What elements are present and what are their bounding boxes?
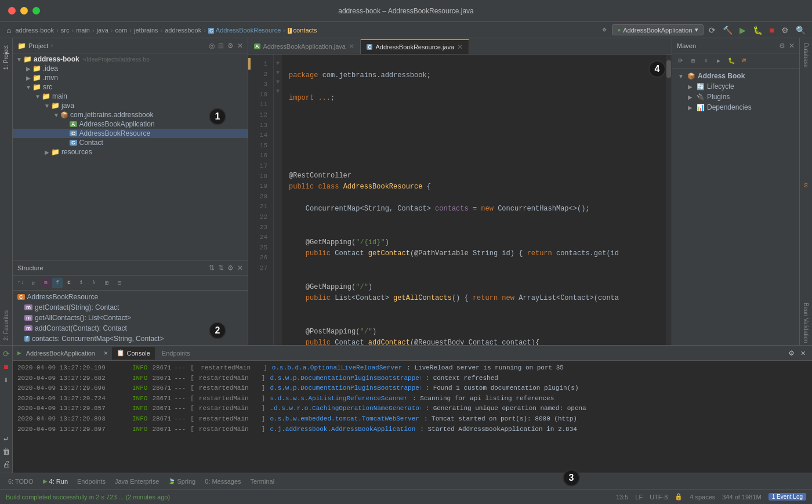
wrap-output-icon[interactable]: ↩ bbox=[2, 433, 10, 445]
show-constructors-icon[interactable]: C bbox=[64, 278, 74, 288]
show-inherited-icon[interactable]: i bbox=[75, 277, 87, 289]
breadcrumb-src[interactable]: src bbox=[61, 27, 70, 34]
settings-icon[interactable]: ⚙ bbox=[227, 42, 234, 50]
rerun-icon[interactable]: ⟳ bbox=[1, 348, 12, 360]
tree-item-root[interactable]: ▼ 📁 address-book ~/IdeaProjects/address-… bbox=[13, 55, 248, 64]
search-icon[interactable]: 🔍 bbox=[794, 24, 807, 36]
collapse-icon[interactable]: ⊟ bbox=[218, 42, 224, 50]
struct-method-getcontact[interactable]: m getContact(String): Contact bbox=[13, 302, 248, 313]
java-name: java bbox=[61, 101, 74, 110]
close-button[interactable] bbox=[8, 7, 16, 14]
show-anonymous-icon[interactable]: λ bbox=[88, 277, 100, 289]
breadcrumb-addressbook[interactable]: addressbook bbox=[165, 27, 201, 34]
breadcrumb-java[interactable]: java bbox=[97, 27, 108, 34]
project-panel-label[interactable]: 1: Project bbox=[2, 41, 10, 74]
show-methods-icon[interactable]: m bbox=[41, 278, 51, 288]
maven-reimport-icon[interactable]: ⊞ bbox=[687, 55, 699, 67]
run-tab-bar: ▶ AddressBookApplication ✕ 📋 Console End… bbox=[13, 346, 812, 361]
maven-refresh-icon[interactable]: ⟳ bbox=[675, 55, 686, 67]
editor-scrollbar[interactable] bbox=[666, 55, 672, 345]
strip-javaenterprise[interactable]: Java Enterprise bbox=[111, 477, 162, 486]
breadcrumb-main[interactable]: main bbox=[76, 27, 90, 34]
show-fields-icon[interactable]: f bbox=[52, 278, 63, 288]
tree-item-addressbookresource[interactable]: C AddressBookResource bbox=[13, 129, 248, 138]
breadcrumb-class[interactable]: C AddressBookResource bbox=[208, 27, 281, 34]
navigate-back-icon[interactable]: ⌂ bbox=[5, 24, 13, 36]
expand-icon[interactable]: ⊞ bbox=[101, 277, 113, 289]
tab-addressbookapplication[interactable]: A AddressBookApplication.java ✕ bbox=[248, 39, 361, 54]
collapse-struct-icon[interactable]: ⊟ bbox=[114, 277, 125, 289]
maven-item-plugins[interactable]: ▶ 🔌 Plugins bbox=[672, 92, 799, 102]
panel-close-icon[interactable]: ✕ bbox=[799, 347, 807, 359]
tab2-close-icon[interactable]: ✕ bbox=[457, 43, 463, 51]
print-icon[interactable]: 🖨 bbox=[1, 459, 12, 470]
minimize-button[interactable] bbox=[20, 7, 28, 14]
indent-setting[interactable]: 4 spaces bbox=[690, 494, 715, 501]
maven-run-icon[interactable]: ▶ bbox=[713, 55, 724, 67]
strip-endpoints[interactable]: Endpoints bbox=[74, 477, 109, 486]
breadcrumb-com[interactable]: com bbox=[115, 27, 128, 34]
event-log-button[interactable]: 1 Event Log bbox=[768, 493, 806, 501]
tree-item-main[interactable]: ▼ 📁 main bbox=[13, 92, 248, 101]
scroll-to-end-icon[interactable]: ⬇ bbox=[2, 374, 10, 386]
struct-method-getallcontacts[interactable]: m getAllContacts(): List<Contact> bbox=[13, 313, 248, 323]
tab-endpoints[interactable]: Endpoints bbox=[157, 347, 195, 360]
build-icon[interactable]: 🔨 bbox=[721, 24, 734, 36]
stop-run-icon[interactable]: ■ bbox=[2, 361, 10, 373]
tab-console[interactable]: 📋 Console bbox=[112, 347, 155, 360]
strip-run[interactable]: ▶ 4: Run bbox=[39, 477, 71, 486]
breadcrumb-address-book[interactable]: address-book bbox=[15, 27, 54, 34]
run-icon[interactable]: ▶ bbox=[738, 24, 748, 36]
strip-spring[interactable]: 🍃 Spring bbox=[165, 477, 199, 486]
code-content[interactable]: package com.jetbrains.addressbook; impor… bbox=[282, 55, 666, 345]
debug-icon[interactable]: 🐛 bbox=[751, 24, 764, 36]
maven-settings-icon[interactable]: ⚙ bbox=[779, 42, 785, 50]
bean-validation-label[interactable]: Bean Validation bbox=[802, 300, 810, 345]
tree-item-contact[interactable]: C Contact bbox=[13, 138, 248, 147]
maven-item-dependencies[interactable]: ▶ 📊 Dependencies bbox=[672, 102, 799, 113]
run-tab-close-icon[interactable]: ✕ bbox=[102, 348, 110, 358]
navigate-icon[interactable]: ⌖ bbox=[600, 24, 608, 36]
tree-item-src[interactable]: ▼ 📁 src bbox=[13, 82, 248, 92]
struct-close-icon[interactable]: ✕ bbox=[237, 264, 243, 272]
tree-item-idea[interactable]: ▶ 📁 .idea bbox=[13, 64, 248, 73]
locate-icon[interactable]: ◎ bbox=[209, 42, 215, 50]
tree-item-resources[interactable]: ▶ 📁 resources bbox=[13, 147, 248, 157]
breadcrumb-jetbrains[interactable]: jetbrains bbox=[134, 27, 158, 34]
strip-messages[interactable]: 0: Messages bbox=[201, 477, 244, 486]
run-config-dropdown[interactable]: ● AddressBookApplication ▾ bbox=[612, 24, 703, 35]
maven-panel-label[interactable]: m bbox=[802, 180, 810, 190]
maven-item-lifecycle[interactable]: ▶ 🔄 Lifecycle bbox=[672, 81, 799, 92]
console-output[interactable]: 2020-04-09 13:27:29.199 INFO 28671 --- [… bbox=[13, 361, 812, 473]
strip-terminal[interactable]: Terminal bbox=[247, 477, 278, 486]
charset[interactable]: UTF-8 bbox=[650, 494, 668, 501]
cursor-position[interactable]: 13:5 bbox=[616, 494, 628, 501]
maven-download-icon[interactable]: ⬇ bbox=[700, 55, 712, 67]
sort-icon[interactable]: ⇅ bbox=[209, 264, 215, 272]
maximize-button[interactable] bbox=[32, 7, 40, 14]
sort-type-icon[interactable]: ⇵ bbox=[28, 277, 39, 289]
close-panel-icon[interactable]: ✕ bbox=[237, 42, 243, 50]
strip-todo[interactable]: 6: TODO bbox=[5, 477, 37, 486]
database-panel-label[interactable]: Database bbox=[802, 41, 810, 70]
sort-alpha-icon[interactable]: ↑↓ bbox=[15, 277, 27, 289]
tab1-close-icon[interactable]: ✕ bbox=[349, 42, 354, 50]
favorites-panel-label[interactable]: 2: Favorites bbox=[2, 306, 10, 345]
breadcrumb-method[interactable]: f contacts bbox=[288, 27, 317, 34]
struct-settings-icon[interactable]: ⚙ bbox=[227, 264, 234, 272]
settings-icon[interactable]: ⚙ bbox=[780, 24, 791, 36]
maven-item-root[interactable]: ▼ 📦 Address Book bbox=[672, 71, 799, 81]
sort2-icon[interactable]: ⇅ bbox=[218, 264, 224, 272]
line-ending[interactable]: LF bbox=[635, 494, 643, 501]
tree-item-mvn[interactable]: ▶ 📁 .mvn bbox=[13, 73, 248, 82]
maven-debug-icon[interactable]: 🐛 bbox=[726, 55, 737, 67]
panel-settings-icon[interactable]: ⚙ bbox=[787, 347, 795, 359]
clear-output-icon[interactable]: 🗑 bbox=[1, 446, 12, 458]
maven-close-icon[interactable]: ✕ bbox=[789, 42, 795, 50]
maven-letter-m[interactable]: m bbox=[738, 55, 750, 67]
stop-icon[interactable]: ■ bbox=[768, 24, 776, 36]
tab-addressbookresource[interactable]: C AddressBookResource.java ✕ bbox=[361, 39, 469, 54]
refresh-icon[interactable]: ⟳ bbox=[707, 24, 717, 36]
struct-class-name[interactable]: C AddressBookResource bbox=[13, 292, 248, 302]
maven-header: Maven ⚙ ✕ bbox=[672, 38, 799, 53]
